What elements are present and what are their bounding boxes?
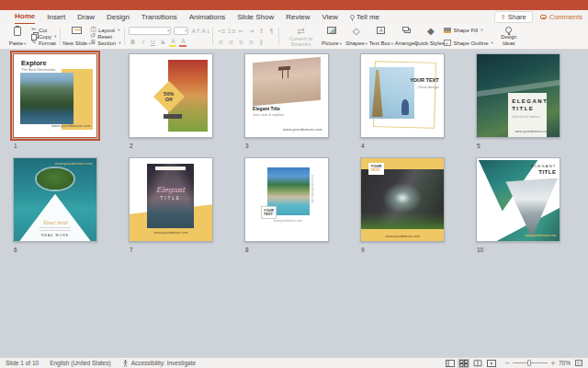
cut-button[interactable]: ✂ Cut: [31, 27, 56, 33]
shapes-button[interactable]: ◇ Shapes: [345, 26, 368, 47]
language-indicator[interactable]: English (United States): [50, 360, 110, 366]
tab-review[interactable]: Review: [286, 11, 310, 24]
normal-view-button[interactable]: [444, 359, 456, 368]
paste-icon: [14, 27, 21, 36]
tell-me-button[interactable]: Tell me: [350, 11, 379, 24]
powerpoint-window: Home Insert Draw Design Transitions Anim…: [0, 0, 588, 368]
grow-font-button[interactable]: A↑: [191, 28, 198, 35]
slide-title: TITLE: [147, 196, 194, 201]
align-center-button[interactable]: ≡: [227, 39, 234, 46]
slide-number: 10: [477, 247, 560, 253]
line-spacing-button[interactable]: ↕: [257, 28, 265, 35]
zoom-slider-handle[interactable]: [527, 360, 531, 366]
fit-to-window-button[interactable]: [575, 360, 582, 366]
tab-draw[interactable]: Draw: [77, 11, 95, 24]
picture-button[interactable]: Picture: [320, 26, 343, 47]
zoom-slider[interactable]: [513, 362, 548, 363]
slide-thumbnail-4[interactable]: YOUR TEXT Clean design 4: [360, 53, 445, 149]
copy-button[interactable]: Copy: [31, 33, 56, 40]
shape-outline-button[interactable]: Shape Outline: [444, 40, 492, 46]
white-triangle-panel: Your text READ MORE: [19, 194, 90, 241]
arrange-icon: [402, 27, 409, 31]
slide-sorter-view-button[interactable]: [458, 359, 469, 368]
quick-styles-button[interactable]: ◆ Quick Styles: [419, 26, 442, 47]
slide-thumbnail-10[interactable]: ELEGANT TITLE www.yourdomain.com 10: [476, 157, 560, 253]
font-size-select[interactable]: [174, 27, 188, 35]
italic-button[interactable]: I: [139, 39, 146, 46]
slide-title: ELEGANT: [512, 98, 543, 104]
text-box-button[interactable]: A Text Box: [369, 26, 392, 47]
new-slide-button[interactable]: New Slide: [64, 26, 88, 47]
justify-button[interactable]: ≡: [247, 39, 254, 46]
bold-button[interactable]: B: [129, 39, 136, 46]
picture-icon: [327, 27, 336, 34]
zoom-in-button[interactable]: +: [550, 360, 556, 367]
bullets-button[interactable]: •≡: [217, 28, 224, 35]
indent-less-button[interactable]: ⇤: [237, 28, 244, 35]
zoom-percentage[interactable]: 70%: [559, 360, 571, 366]
slide-thumbnail-2[interactable]: 50%Off 2: [129, 53, 213, 149]
convert-smartart-button[interactable]: ⇄ Convert to SmartArt: [283, 26, 318, 47]
strikethrough-button[interactable]: S: [159, 39, 166, 46]
label-box: [155, 167, 186, 170]
cta-button-shape: [164, 114, 182, 119]
reading-view-button[interactable]: [471, 359, 483, 368]
slide-show-button[interactable]: [485, 359, 497, 368]
tab-design[interactable]: Design: [107, 11, 130, 24]
canyon-waterfall-photo: [361, 169, 444, 230]
backpacker-figure: [401, 99, 409, 115]
website-url: www.yourdomain.com: [274, 219, 302, 223]
indent-more-button[interactable]: ⇥: [247, 28, 254, 35]
design-ideas-icon: [505, 27, 512, 33]
island-aerial: [37, 168, 74, 190]
tab-view[interactable]: View: [322, 11, 338, 24]
font-color-button[interactable]: A: [179, 38, 187, 47]
section-button[interactable]: ≣ Section: [90, 40, 120, 46]
shape-fill-button[interactable]: Shape Fill: [444, 27, 492, 33]
shapes-icon: ◇: [353, 27, 360, 36]
mountain-lake-photo: [20, 73, 74, 124]
columns-button[interactable]: ∥: [257, 39, 265, 46]
slide-thumbnail-1[interactable]: Explore The Best Destination www.yourdom…: [13, 53, 97, 149]
text-direction-button[interactable]: ¶: [267, 28, 275, 35]
reading-view-icon: [473, 360, 482, 367]
numbering-button[interactable]: 1≡: [227, 28, 234, 35]
comment-icon: [540, 15, 547, 19]
slide-title: Explore: [21, 59, 47, 67]
accessibility-status[interactable]: Accessibility: Investigate: [122, 360, 196, 367]
section-icon: ≣: [90, 40, 96, 46]
underline-button[interactable]: U: [149, 39, 156, 46]
align-left-button[interactable]: ≡: [217, 39, 224, 46]
slide-thumbnail-6[interactable]: www.yourdomain.com Your text READ MORE 6: [13, 157, 97, 253]
slide-thumbnail-3[interactable]: Elegant Title Just click & replace www.y…: [244, 53, 329, 149]
slide-thumbnail-9[interactable]: YOUR TEXT www.yourdomain.com 9: [360, 157, 445, 253]
tab-animations[interactable]: Animations: [189, 11, 226, 24]
slide-thumbnail-5[interactable]: ELEGANT TITLE Just click & replace www.y…: [476, 53, 560, 149]
slide-7-canvas: Elegant TITLE www.yourdomain.com: [129, 157, 213, 242]
read-more-label: READ MORE: [41, 234, 69, 237]
paste-button[interactable]: Paste: [6, 26, 29, 47]
tab-transitions[interactable]: Transitions: [141, 11, 177, 24]
script-heading: Your text: [42, 219, 67, 225]
comments-button[interactable]: Comments: [540, 13, 582, 21]
shape-fill-icon: [444, 28, 451, 33]
font-name-select[interactable]: [129, 27, 171, 35]
menu-bar: Home Insert Draw Design Transitions Anim…: [0, 10, 588, 24]
design-ideas-button[interactable]: Design Ideas: [495, 26, 523, 47]
zoom-control: − + 70%: [504, 360, 571, 367]
tab-slide-show[interactable]: Slide Show: [237, 11, 274, 24]
highlight-button[interactable]: A: [169, 38, 176, 47]
shrink-font-button[interactable]: A↓: [201, 28, 209, 35]
slide-thumbnail-8[interactable]: YOURTEXT www.yourdomain.com www.yourdoma…: [244, 157, 329, 253]
slide-thumbnail-7[interactable]: Elegant TITLE www.yourdomain.com 7: [129, 157, 213, 253]
zoom-out-button[interactable]: −: [504, 360, 510, 367]
share-button[interactable]: ⇧ Share: [494, 11, 533, 23]
tab-insert[interactable]: Insert: [47, 11, 65, 24]
slide-subtitle: Just click & replace: [253, 112, 284, 117]
divider-line: [40, 230, 71, 231]
format-painter-button[interactable]: ✎ Format: [31, 40, 56, 46]
align-right-button[interactable]: ≡: [237, 39, 244, 46]
slide-number: 5: [477, 143, 560, 149]
quick-styles-icon: ◆: [427, 27, 435, 36]
tab-home[interactable]: Home: [15, 10, 35, 25]
